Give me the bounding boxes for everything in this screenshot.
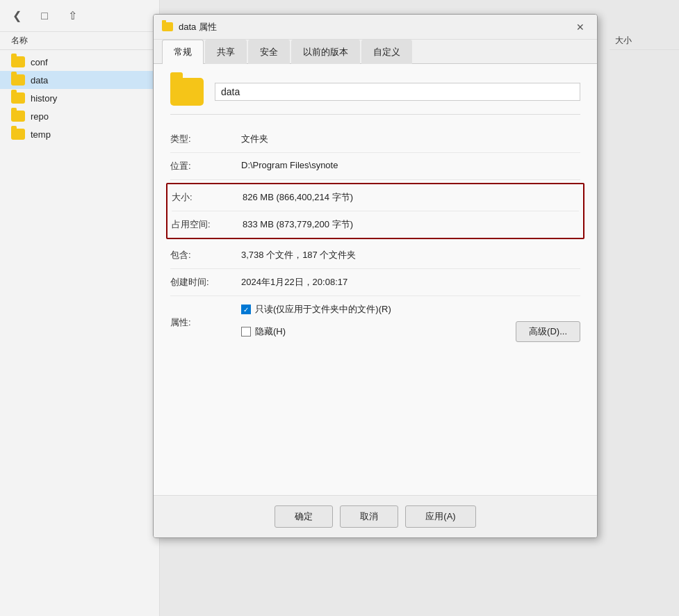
column-header: 名称 (0, 32, 159, 50)
attributes-row: 属性: 只读(仅应用于文件夹中的文件)(R) 隐藏(H) 高级(D)... (170, 296, 580, 349)
folder-header-area (170, 78, 580, 115)
type-row: 类型: 文件夹 (170, 126, 580, 153)
readonly-checkbox[interactable] (241, 305, 251, 314)
readonly-row: 只读(仅应用于文件夹中的文件)(R) (241, 303, 580, 316)
hidden-checkbox-wrapper: 隐藏(H) (241, 325, 286, 338)
explorer-toolbar: ❮ □ ⇧ (0, 0, 159, 32)
location-row: 位置: D:\Program Files\synote (170, 153, 580, 180)
list-item[interactable]: conf (0, 53, 159, 71)
disk-label: 占用空间: (172, 218, 234, 231)
dialog-titlebar: data 属性 ✕ (154, 15, 597, 40)
title-left: data 属性 (162, 21, 217, 33)
disk-value: 833 MB (873,779,200 字节) (243, 218, 579, 231)
created-value: 2024年1月22日，20:08:17 (241, 276, 580, 289)
list-item[interactable]: history (0, 89, 159, 107)
size-row: 大小: 826 MB (866,400,214 字节) (172, 184, 579, 211)
tab-security[interactable]: 安全 (248, 40, 290, 64)
tab-customize[interactable]: 自定义 (361, 40, 412, 64)
column-size-label: 大小 (615, 35, 632, 45)
tab-general[interactable]: 常规 (162, 40, 204, 64)
share-icon[interactable]: ⇧ (63, 6, 82, 26)
location-value: D:\Program Files\synote (241, 160, 580, 170)
size-value: 826 MB (866,400,214 字节) (243, 191, 579, 204)
list-item[interactable]: repo (0, 107, 159, 125)
column-name-label: 名称 (11, 35, 28, 47)
folder-icon (11, 74, 25, 86)
contains-label: 包含: (170, 249, 233, 261)
item-name: repo (31, 111, 49, 122)
type-value: 文件夹 (241, 133, 580, 145)
attr-controls: 只读(仅应用于文件夹中的文件)(R) 隐藏(H) 高级(D)... (241, 303, 580, 342)
folder-icon (11, 92, 25, 104)
hidden-row: 隐藏(H) 高级(D)... (241, 321, 580, 342)
item-name: history (31, 93, 57, 104)
folder-icon (11, 129, 25, 140)
address-icon[interactable]: □ (35, 6, 54, 26)
ok-button[interactable]: 确定 (275, 505, 333, 528)
properties-dialog: data 属性 ✕ 常规 共享 安全 以前的版本 自定义 类型: 文件夹 位置:… (153, 14, 598, 538)
folder-icon (11, 111, 25, 122)
large-folder-icon (170, 78, 204, 106)
created-row: 创建时间: 2024年1月22日，20:08:17 (170, 269, 580, 296)
dialog-content: 类型: 文件夹 位置: D:\Program Files\synote 大小: … (154, 64, 597, 495)
attr-label: 属性: (170, 316, 233, 329)
advanced-button[interactable]: 高级(D)... (516, 321, 580, 342)
tab-share[interactable]: 共享 (205, 40, 247, 64)
size-highlight-section: 大小: 826 MB (866,400,214 字节) 占用空间: 833 MB… (166, 183, 584, 239)
created-label: 创建时间: (170, 276, 233, 289)
size-label: 大小: (172, 191, 234, 204)
type-label: 类型: (170, 133, 233, 145)
hidden-checkbox[interactable] (241, 327, 251, 337)
list-item-selected[interactable]: data (0, 71, 159, 89)
cancel-button[interactable]: 取消 (340, 505, 398, 528)
explorer-sidebar: ❮ □ ⇧ 名称 conf data history repo temp (0, 0, 160, 616)
contains-value: 3,738 个文件，187 个文件夹 (241, 249, 580, 261)
dialog-footer: 确定 取消 应用(A) (154, 495, 597, 537)
contains-row: 包含: 3,738 个文件，187 个文件夹 (170, 242, 580, 269)
readonly-checkbox-wrapper: 只读(仅应用于文件夹中的文件)(R) (241, 303, 391, 316)
dialog-title: data 属性 (179, 21, 217, 33)
close-button[interactable]: ✕ (572, 19, 589, 35)
list-item[interactable]: temp (0, 125, 159, 143)
column-size-header: 大小 (610, 32, 679, 50)
item-name: data (31, 75, 48, 86)
readonly-label: 只读(仅应用于文件夹中的文件)(R) (255, 303, 391, 316)
back-icon[interactable]: ❮ (7, 6, 26, 26)
apply-button[interactable]: 应用(A) (405, 505, 475, 528)
disk-row: 占用空间: 833 MB (873,779,200 字节) (172, 211, 579, 238)
file-list: conf data history repo temp (0, 50, 159, 146)
tab-previous-versions[interactable]: 以前的版本 (291, 40, 360, 64)
tab-bar: 常规 共享 安全 以前的版本 自定义 (154, 40, 597, 64)
item-name: conf (31, 57, 48, 67)
title-folder-icon (162, 22, 173, 31)
location-label: 位置: (170, 160, 233, 172)
hidden-label: 隐藏(H) (255, 325, 286, 338)
folder-icon (11, 56, 25, 67)
folder-name-input[interactable] (215, 83, 580, 101)
item-name: temp (31, 129, 51, 140)
